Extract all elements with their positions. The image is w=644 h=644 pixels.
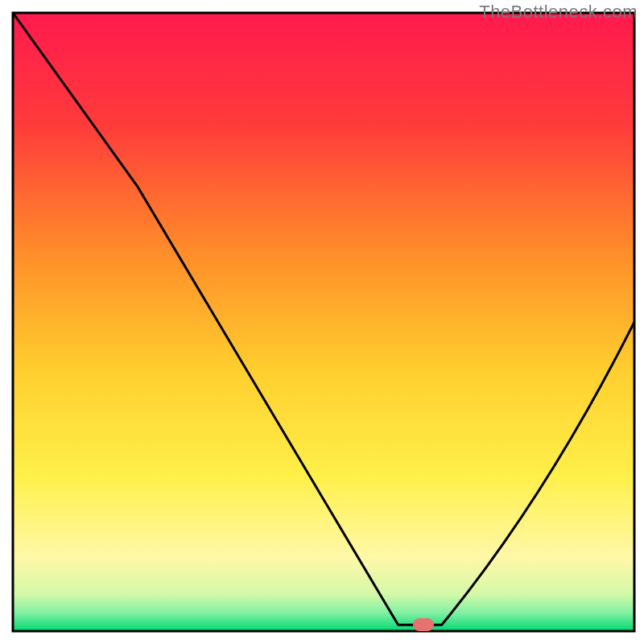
chart-svg	[0, 0, 644, 644]
plot-background	[13, 13, 634, 631]
optimum-marker	[413, 618, 434, 631]
watermark-text: TheBottleneck.com	[479, 2, 638, 23]
bottleneck-chart: TheBottleneck.com	[0, 0, 644, 644]
